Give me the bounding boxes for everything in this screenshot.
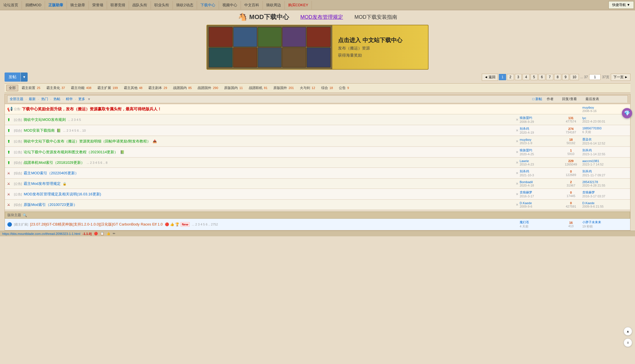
thread-link-9[interactable]: 原版Mod索引（20100723更新） — [24, 202, 77, 207]
thread-author-name-9[interactable]: D.Kaede — [520, 201, 532, 205]
filter-all-threads[interactable]: 全部主题 — [10, 97, 23, 102]
thread-last-user-6[interactable]: 别杀鸡 — [582, 169, 592, 173]
nav-career-title[interactable]: 职业头衔 — [151, 1, 173, 9]
pagination-page-9[interactable]: 9 — [562, 74, 569, 80]
cat-warband-mp[interactable]: 战团联机 81 — [246, 85, 270, 91]
thread-close-3[interactable]: ✕ — [516, 139, 519, 143]
thread-close-5[interactable]: ✕ — [516, 161, 519, 165]
pagination-next[interactable]: 下一页 ► — [611, 74, 630, 81]
status-url[interactable]: https://bbs.mountblade.com.cn/thread-209… — [2, 232, 80, 235]
thread-close-1[interactable]: ✕ — [516, 118, 519, 122]
hero-banner[interactable]: 点击进入 中文站下载中心 发布（搬运）资源 获得海量奖励 — [206, 25, 429, 70]
nav-forum-home[interactable]: 论坛首页 — [0, 1, 22, 9]
thread-author-name-6[interactable]: 别杀鸡 — [520, 169, 529, 173]
thread-author-name-1[interactable]: 狼族盟约 — [520, 116, 532, 119]
pagination-page-10[interactable]: 10 — [570, 74, 579, 80]
thread-last-user-1[interactable]: lyc — [582, 116, 586, 120]
cat-all[interactable]: 全部 — [6, 85, 18, 91]
cat-warband-intl[interactable]: 战团国外 290 — [195, 85, 221, 91]
filter-new-post[interactable]: □ 新帖 — [532, 97, 542, 102]
thread-close-9[interactable]: ✕ — [516, 203, 519, 207]
thread-author-name-8[interactable]: 贪狼赫梦 — [520, 191, 532, 194]
post-button[interactable]: 发帖 — [5, 73, 21, 82]
nav-wiki[interactable]: 中文百科 — [241, 1, 263, 9]
thread-last-user-7[interactable]: 285432178 — [582, 180, 598, 184]
filter-essence[interactable]: 精华 — [66, 97, 73, 102]
cat-baibeauty[interactable]: 霸主美化 37 — [44, 85, 68, 91]
nav-team-title[interactable]: 战队头衔 — [129, 1, 151, 9]
thread-link-2[interactable]: MOD安装下载指南 — [24, 128, 54, 133]
cat-vanilla-intl[interactable]: 原版国外 201 — [271, 85, 296, 91]
cat-baiexpand[interactable]: 霸主扩展 199 — [95, 85, 120, 91]
pagination-page-2[interactable]: 2 — [507, 74, 514, 80]
cat-bainvanguard[interactable]: 霸主前置 25 — [19, 85, 43, 91]
thread-last-user-5[interactable]: aaccmi1981 — [582, 159, 599, 163]
thread-link-6[interactable]: 霸主MOD索引（20220405更新） — [24, 171, 78, 175]
cat-baiscript[interactable]: 霸主剧本 29 — [146, 85, 170, 91]
thread-author-name-3[interactable]: muyiboy — [520, 138, 531, 141]
pagination-page-3[interactable]: 3 — [515, 74, 522, 80]
thread-last-user-9[interactable]: D.Kaede — [582, 201, 595, 205]
thread-close-6[interactable]: ✕ — [516, 171, 519, 175]
thread-author-name-5[interactable]: Lawrie — [520, 159, 529, 163]
thread-last-user-bottom[interactable]: 小胖子未来来 — [582, 220, 601, 224]
thread-link-3[interactable]: 骑砍中文站下载中心发布（搬运）资源奖励明细（回帖申请奖励/附发布教程） — [24, 139, 151, 143]
post-dropdown-arrow[interactable]: ▼ — [21, 73, 28, 82]
thread-author-name-7[interactable]: Bombadil — [520, 180, 533, 184]
publish-rules-link[interactable]: MOD发布管理规定 — [300, 14, 343, 20]
thread-link-bottom[interactable]: [23.07.28]GT-CB精灵种族[支持1.2.0-1.0.0][汉化版]G… — [30, 222, 163, 226]
thread-close-7[interactable]: ✕ — [516, 182, 519, 186]
nav-merchandise[interactable]: 骑砍周边 — [263, 1, 285, 9]
pagination-back[interactable]: ◄ 返回 — [482, 74, 498, 81]
thread-author-name-bottom[interactable]: 魔幻苍 — [520, 220, 529, 224]
filter-popular[interactable]: 热门 — [41, 97, 48, 102]
nav-download-center[interactable]: 下载中心 — [197, 1, 219, 9]
pagination-page-4[interactable]: 4 — [523, 74, 530, 80]
thread-author-name-4[interactable]: 狼族盟约 — [520, 148, 532, 152]
thread-last-user-2[interactable]: 18856770393 — [582, 127, 601, 130]
cat-fire-sword[interactable]: 火与剑 12 — [297, 85, 318, 91]
quick-nav-button[interactable]: 快捷导航 ▼ — [609, 1, 634, 9]
cat-baifunction[interactable]: 霸主功能 408 — [68, 85, 94, 91]
cat-warband-cn[interactable]: 战团国内 85 — [171, 85, 194, 91]
cat-vanilla-cn[interactable]: 原版国内 11 — [222, 85, 245, 91]
nav-knight-medal[interactable]: 骑士勋章 — [67, 1, 89, 9]
pagination-page-5[interactable]: 5 — [530, 74, 538, 80]
cat-baiother[interactable]: 霸主其他 48 — [121, 85, 145, 91]
pagination-page-1[interactable]: 1 — [499, 74, 506, 80]
thread-close-8[interactable]: ✕ — [516, 192, 519, 196]
thread-link-1[interactable]: 骑砍中文站MOD发布规则 — [24, 117, 65, 122]
thread-close-2[interactable]: ✕ — [516, 129, 519, 133]
thread-author-name-2[interactable]: 别杀鸡 — [520, 127, 529, 130]
thread-last-user-4[interactable]: 别杀鸡 — [582, 148, 592, 152]
pagination-page-6[interactable]: 6 — [538, 74, 546, 80]
thread-link-5[interactable]: 战团单机Mod索引（20181029更新） — [24, 160, 84, 165]
filter-hot[interactable]: 热帖 — [54, 97, 60, 102]
cat-general[interactable]: 综合 18 — [319, 85, 336, 91]
nav-league-guess[interactable]: 联赛竞猜 — [107, 1, 129, 9]
nav-warband2-news[interactable]: 骑砍2动态 — [173, 1, 197, 9]
thread-close-4[interactable]: ✕ — [516, 150, 519, 154]
mod-center-title[interactable]: 🐴 MOD下载中心 — [238, 13, 289, 21]
thread-link-7[interactable]: 霸主Mod发布管理规定 — [24, 181, 60, 186]
nav-genuine-badge[interactable]: 正版助章 — [45, 1, 67, 9]
announcement-link[interactable]: 下载中心奖励全面升级，发布（搬运）资源赢取专属头衔，最高可得绝版兵人！ — [22, 107, 161, 111]
thread-last-user-3[interactable]: 墨染衣 — [582, 138, 592, 141]
announcement-author-name[interactable]: muyiboy — [582, 106, 594, 109]
thread-last-user-8[interactable]: 贪狼赫梦 — [582, 191, 595, 194]
pagination-page-8[interactable]: 8 — [554, 74, 561, 80]
section-filter-icon[interactable]: 🔍 — [23, 213, 27, 217]
float-top-button[interactable]: 💎 — [622, 108, 632, 118]
nav-honor-wall[interactable]: 荣誉墙 — [89, 1, 107, 9]
nav-buy-cdkey[interactable]: 购买CDKEY — [285, 1, 312, 9]
thread-link-8[interactable]: MOD发布区管理规定及相关说明(16.03.16更新) — [24, 192, 101, 196]
nav-donate-mod[interactable]: 捐赠MOD — [22, 1, 45, 9]
cat-announcement[interactable]: 公告 9 — [336, 85, 351, 91]
thread-link-4[interactable]: 论坛下载中心资源发布规则和图文教程（20230114更新） — [24, 150, 118, 154]
pagination-page-7[interactable]: 7 — [546, 74, 553, 80]
filter-more[interactable]: 更多 — [78, 97, 85, 102]
nav-video-center[interactable]: 视频中心 — [219, 1, 241, 9]
install-guide-link[interactable]: MOD下载安装指南 — [355, 14, 397, 20]
page-jump-input[interactable] — [589, 74, 601, 80]
filter-latest[interactable]: 最新 — [29, 97, 36, 102]
